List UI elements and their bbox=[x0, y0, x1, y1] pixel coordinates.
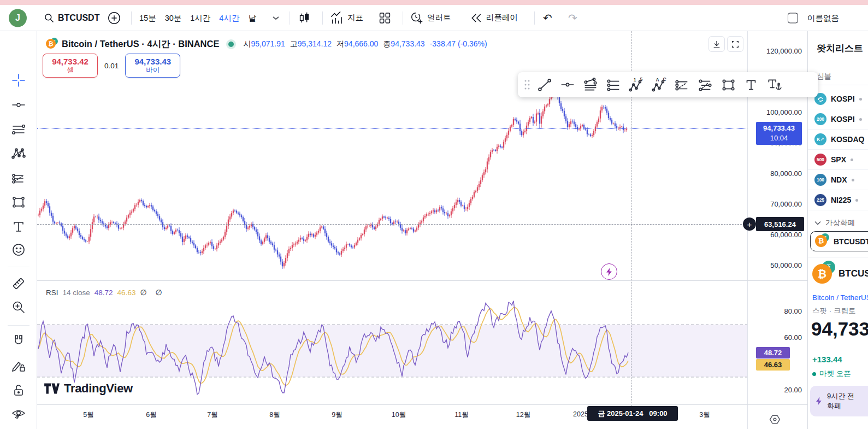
layout-grid-button[interactable] bbox=[378, 11, 392, 25]
xabcd-pattern-icon[interactable] bbox=[10, 146, 27, 162]
redo-button[interactable]: ↷ bbox=[568, 11, 577, 25]
symbol-column-header[interactable]: 심볼 bbox=[817, 72, 831, 81]
rectangle-icon[interactable] bbox=[10, 194, 27, 210]
parallel-channel-icon[interactable] bbox=[671, 74, 694, 95]
floating-drawing-toolbar: 15AC bbox=[518, 72, 818, 97]
rectangle-icon[interactable] bbox=[717, 74, 740, 95]
drag-handle-icon[interactable] bbox=[521, 74, 533, 95]
interval-4시간[interactable]: 4시간 bbox=[215, 10, 243, 25]
badge-icon: 500 bbox=[814, 154, 826, 166]
watchlist-symbol-label: NI225 bbox=[831, 196, 851, 204]
symbol-search-value: BTCUSDT bbox=[58, 13, 99, 23]
badge-icon: 200 bbox=[814, 113, 826, 125]
undo-button[interactable]: ↶ bbox=[543, 11, 552, 25]
market-closed-dot bbox=[851, 158, 853, 161]
watchlist-row-ni225[interactable]: 225NI225 bbox=[808, 190, 868, 210]
spread-value: 0.01 bbox=[104, 62, 119, 70]
lock-all-icon[interactable] bbox=[10, 382, 27, 398]
symbol-legend[interactable]: ₮ ₿ Bitcoin / TetherUS · 4시간 · BINANCE 시… bbox=[46, 38, 487, 51]
scroll-to-recent-button[interactable] bbox=[708, 36, 725, 52]
anchored-text-icon[interactable] bbox=[763, 74, 786, 95]
trade-widget: 94,733.42 셀 0.01 94,733.43 바이 bbox=[43, 54, 180, 78]
svg-text:A: A bbox=[656, 77, 659, 83]
elliott-impulse-wave-icon[interactable]: 15 bbox=[625, 74, 648, 95]
detail-name-link[interactable]: Bitcoin / TetherUS bbox=[812, 293, 868, 302]
save-layout-checkbox[interactable] bbox=[788, 13, 798, 23]
rsi-value-tag: 48.72 bbox=[756, 347, 790, 359]
horizontal-rays-icon[interactable] bbox=[602, 74, 625, 95]
sell-button[interactable]: 94,733.42 셀 bbox=[43, 54, 98, 78]
indicators-button[interactable]: 지표 bbox=[330, 11, 363, 25]
drawing-lock-icon[interactable] bbox=[10, 357, 27, 374]
hide-drawings-icon[interactable] bbox=[10, 406, 27, 422]
time-axis-label: 5월 bbox=[83, 410, 93, 420]
buy-button[interactable]: 94,733.43 바이 bbox=[125, 54, 180, 78]
badge-icon: 100 bbox=[814, 174, 826, 186]
rsi-scale-label: 80.00 bbox=[784, 307, 802, 315]
price-scale-label: 70,000.00 bbox=[770, 200, 802, 208]
fib-retracement-icon[interactable] bbox=[10, 171, 27, 187]
layout-name[interactable]: 이름없음 bbox=[807, 13, 839, 23]
chart-style-button[interactable] bbox=[297, 11, 311, 25]
time-axis-label: 8월 bbox=[269, 410, 280, 420]
flash-trade-button[interactable] bbox=[601, 263, 617, 280]
alert-button[interactable]: 얼러트 bbox=[410, 11, 451, 25]
price-scale-label: 100,000.00 bbox=[766, 108, 802, 116]
toolbar-divider bbox=[8, 325, 29, 326]
market-closed-dot bbox=[852, 179, 854, 181]
interval-chevron[interactable] bbox=[272, 15, 280, 21]
interval-15분[interactable]: 15분 bbox=[135, 10, 160, 25]
cross-line-icon[interactable] bbox=[579, 74, 602, 95]
watchlist-row-spx[interactable]: 500SPX bbox=[808, 150, 868, 170]
interval-1시간[interactable]: 1시간 bbox=[186, 10, 214, 25]
arrow-down-icon bbox=[712, 40, 721, 49]
magnet-icon[interactable] bbox=[10, 333, 27, 349]
interval-날[interactable]: 날 bbox=[244, 10, 260, 25]
rsi-scale-label: 20.00 bbox=[784, 386, 802, 394]
watchlist-symbol-label: KOSPI bbox=[831, 115, 855, 124]
horizontal-line-icon[interactable] bbox=[556, 74, 579, 95]
avatar[interactable]: J bbox=[9, 9, 27, 27]
emoji-icon[interactable] bbox=[10, 242, 27, 258]
add-alert-plus-button[interactable]: + bbox=[743, 218, 756, 231]
parallel-lines-icon[interactable] bbox=[10, 121, 27, 138]
text-icon[interactable] bbox=[740, 74, 763, 95]
maximize-chart-button[interactable] bbox=[727, 36, 743, 52]
watchlist-row-kosdaq[interactable]: K↗KOSDAQ bbox=[808, 130, 868, 150]
interval-30분[interactable]: 30분 bbox=[161, 10, 186, 25]
drawing-tools-sidebar bbox=[0, 31, 37, 429]
news-notice-card[interactable]: 9시간 전 화폐 bbox=[810, 386, 868, 416]
crosshair-date-tooltip: 금 2025-01-24 09:00 bbox=[587, 406, 678, 421]
replay-button[interactable]: 리플레이 bbox=[470, 11, 518, 25]
price-change: -338.47 (-0.36%) bbox=[430, 39, 487, 48]
tradingview-logo[interactable]: TradingView bbox=[44, 381, 133, 396]
rsi-chart-canvas[interactable] bbox=[37, 280, 747, 404]
market-status-dot bbox=[228, 42, 234, 47]
scale-settings-button[interactable] bbox=[768, 413, 782, 426]
rsi-value: 48.72 bbox=[95, 289, 113, 297]
trend-line-icon[interactable] bbox=[10, 97, 27, 113]
tradingview-mark bbox=[44, 383, 60, 395]
pane-separator[interactable] bbox=[37, 280, 807, 281]
symbol-search[interactable]: BTCUSDT bbox=[44, 13, 99, 23]
flat-top-bottom-icon[interactable] bbox=[694, 74, 717, 95]
trend-line-icon[interactable] bbox=[533, 74, 556, 95]
zoom-in-icon[interactable] bbox=[10, 299, 27, 315]
market-open-status: 마켓 오픈 bbox=[812, 369, 851, 379]
elliott-correction-wave-icon[interactable]: AC bbox=[648, 74, 671, 95]
crypto-section-header[interactable]: 가상화폐 bbox=[814, 218, 855, 228]
replay-icon bbox=[470, 11, 483, 25]
rsi-action-icons[interactable]: ∅ ∅ bbox=[140, 288, 165, 297]
toolbar-divider bbox=[322, 11, 323, 25]
rsi-legend[interactable]: RSI 14 close 48.72 46.63 ∅ ∅ bbox=[46, 288, 166, 297]
watchlist-row-kospi[interactable]: 200KOSPI bbox=[808, 109, 868, 130]
replay-label: 리플레이 bbox=[486, 13, 518, 23]
watchlist-row-ndx[interactable]: 100NDX bbox=[808, 170, 868, 190]
tradingview-app: J BTCUSDT 15분30분1시간4시간날 지표 얼러트 리플레이 ↶ ↷ … bbox=[0, 0, 868, 429]
watchlist-row-btcusdt-selected[interactable]: ₮ ₿ BTCUSDT bbox=[810, 231, 868, 251]
time-axis-label: 9월 bbox=[332, 410, 342, 420]
ruler-icon[interactable] bbox=[10, 275, 27, 292]
text-icon[interactable] bbox=[10, 219, 27, 235]
crosshair-icon[interactable] bbox=[10, 72, 27, 89]
compare-add-button[interactable] bbox=[107, 11, 121, 25]
